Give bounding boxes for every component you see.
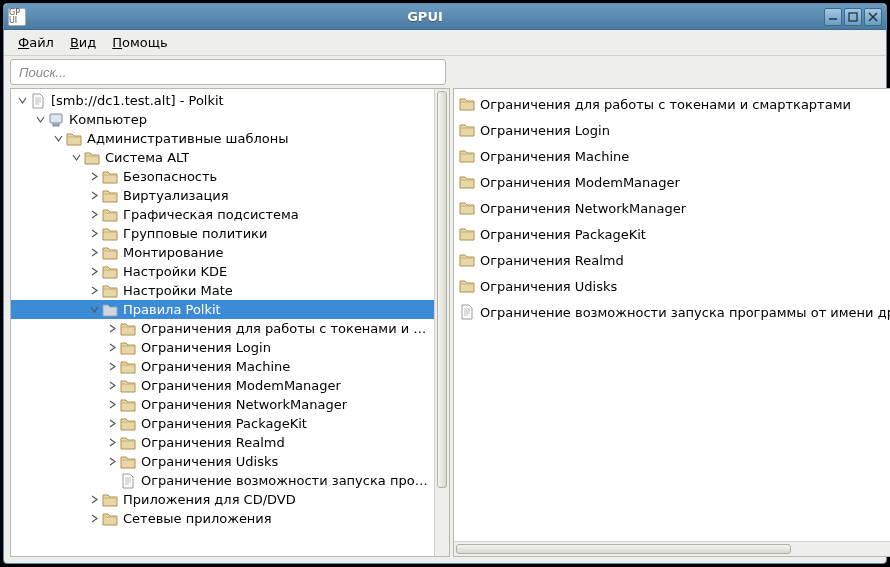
menu-view-label: Вид (70, 35, 96, 50)
tree-item-label: Ограничения PackageKit (141, 414, 307, 433)
expand-toggle[interactable] (15, 96, 29, 105)
expand-toggle[interactable] (105, 343, 119, 352)
tree-item-label: Групповые политики (123, 224, 267, 243)
tree-computer[interactable]: Компьютер (11, 110, 434, 129)
tree-alt-child-6[interactable]: Настройки Mate (11, 281, 434, 300)
menu-view[interactable]: Вид (64, 32, 102, 53)
expand-toggle[interactable] (87, 286, 101, 295)
expand-toggle[interactable] (105, 438, 119, 447)
list-item[interactable]: Ограничение возможности запуска программ… (454, 299, 890, 325)
search-input[interactable] (10, 59, 446, 85)
expand-toggle[interactable] (87, 229, 101, 238)
tree-polkit-child-4[interactable]: Ограничения NetworkManager (11, 395, 434, 414)
tree-view[interactable]: [smb://dc1.test.alt] - PolkitКомпьютерАд… (11, 89, 434, 556)
list-item[interactable]: Ограничения NetworkManager (454, 195, 890, 221)
scrollbar-thumb[interactable] (437, 91, 447, 488)
list-item[interactable]: Ограничения Udisks (454, 273, 890, 299)
tree-alt-child-5[interactable]: Настройки KDE (11, 262, 434, 281)
tree-system-alt[interactable]: Система ALT (11, 148, 434, 167)
expand-toggle[interactable] (105, 457, 119, 466)
scrollbar-thumb[interactable] (456, 544, 791, 554)
expand-toggle[interactable] (87, 210, 101, 219)
list-item-label: Ограничения Realmd (480, 251, 624, 270)
expand-toggle[interactable] (87, 191, 101, 200)
folder-icon (101, 301, 119, 319)
tree-item-label: Ограничения Login (141, 338, 271, 357)
tree-alt-child-4[interactable]: Монтирование (11, 243, 434, 262)
expand-toggle[interactable] (105, 400, 119, 409)
app-icon: GP UI (8, 8, 26, 26)
folder-icon (65, 130, 83, 148)
tree-polkit-child-8[interactable]: Ограничение возможности запуска програ..… (11, 471, 434, 490)
doc-icon (29, 92, 47, 110)
list-item[interactable]: Ограничения Login (454, 117, 890, 143)
list-item[interactable]: Ограничения PackageKit (454, 221, 890, 247)
doc-icon (119, 472, 137, 490)
list-item[interactable]: Ограничения для работы с токенами и смар… (454, 91, 890, 117)
expand-toggle[interactable] (87, 305, 101, 314)
tree-alt-child-1[interactable]: Виртуализация (11, 186, 434, 205)
maximize-button[interactable] (844, 8, 862, 26)
tree-polkit-child-6[interactable]: Ограничения Realmd (11, 433, 434, 452)
expand-toggle[interactable] (87, 514, 101, 523)
content-area: [smb://dc1.test.alt] - PolkitКомпьютерАд… (4, 88, 886, 563)
svg-rect-2 (849, 13, 857, 21)
expand-toggle[interactable] (51, 134, 65, 143)
tree-polkit-child-0[interactable]: Ограничения для работы с токенами и сма.… (11, 319, 434, 338)
list-item[interactable]: Ограничения Realmd (454, 247, 890, 273)
tree-admin-templates[interactable]: Административные шаблоны (11, 129, 434, 148)
folder-icon (119, 396, 137, 414)
expand-toggle[interactable] (87, 495, 101, 504)
tree-item-label: Монтирование (123, 243, 223, 262)
folder-icon (83, 149, 101, 167)
folder-icon (119, 358, 137, 376)
minimize-button[interactable] (824, 8, 842, 26)
expand-toggle[interactable] (105, 419, 119, 428)
folder-icon (101, 206, 119, 224)
tree-alt-child-0[interactable]: Безопасность (11, 167, 434, 186)
list-item[interactable]: Ограничения ModemManager (454, 169, 890, 195)
tree-alt-child-2[interactable]: Графическая подсистема (11, 205, 434, 224)
list-view[interactable]: Ограничения для работы с токенами и смар… (454, 89, 890, 541)
list-horizontal-scrollbar[interactable] (454, 541, 890, 556)
expand-toggle[interactable] (87, 248, 101, 257)
expand-toggle[interactable] (33, 115, 47, 124)
close-button[interactable] (864, 8, 882, 26)
tree-item-label: Административные шаблоны (87, 129, 289, 148)
tree-root[interactable]: [smb://dc1.test.alt] - Polkit (11, 91, 434, 110)
folder-icon (119, 339, 137, 357)
list-item[interactable]: Ограничения Machine (454, 143, 890, 169)
tree-polkit[interactable]: Правила Polkit (11, 300, 434, 319)
tree-alt-child-3[interactable]: Групповые политики (11, 224, 434, 243)
tree-item-label: Сетевые приложения (123, 509, 272, 528)
tree-vertical-scrollbar[interactable] (434, 89, 449, 556)
expand-toggle[interactable] (69, 153, 83, 162)
tree-item-label: Приложения для CD/DVD (123, 490, 296, 509)
menu-help[interactable]: Помощь (106, 32, 173, 53)
expand-toggle[interactable] (105, 381, 119, 390)
tree-item-label: Настройки Mate (123, 281, 233, 300)
folder-icon (458, 199, 476, 217)
titlebar[interactable]: GP UI GPUI (4, 4, 886, 30)
expand-toggle[interactable] (87, 172, 101, 181)
tree-after-0[interactable]: Приложения для CD/DVD (11, 490, 434, 509)
tree-polkit-child-5[interactable]: Ограничения PackageKit (11, 414, 434, 433)
folder-icon (119, 434, 137, 452)
folder-icon (101, 244, 119, 262)
menu-file[interactable]: Файл (12, 32, 60, 53)
tree-polkit-child-2[interactable]: Ограничения Machine (11, 357, 434, 376)
list-item-label: Ограничение возможности запуска программ… (480, 303, 890, 322)
folder-icon (101, 225, 119, 243)
tree-item-label: Ограничение возможности запуска програ..… (141, 471, 428, 490)
expand-toggle[interactable] (105, 324, 119, 333)
expand-toggle[interactable] (87, 267, 101, 276)
tree-polkit-child-3[interactable]: Ограничения ModemManager (11, 376, 434, 395)
tree-after-1[interactable]: Сетевые приложения (11, 509, 434, 528)
folder-icon (119, 320, 137, 338)
tree-polkit-child-7[interactable]: Ограничения Udisks (11, 452, 434, 471)
expand-toggle[interactable] (105, 362, 119, 371)
app-window: GP UI GPUI Файл Вид Помощь [smb://dc1.te… (3, 3, 887, 564)
tree-item-label: Ограничения Udisks (141, 452, 278, 471)
tree-polkit-child-1[interactable]: Ограничения Login (11, 338, 434, 357)
list-item-label: Ограничения PackageKit (480, 225, 646, 244)
